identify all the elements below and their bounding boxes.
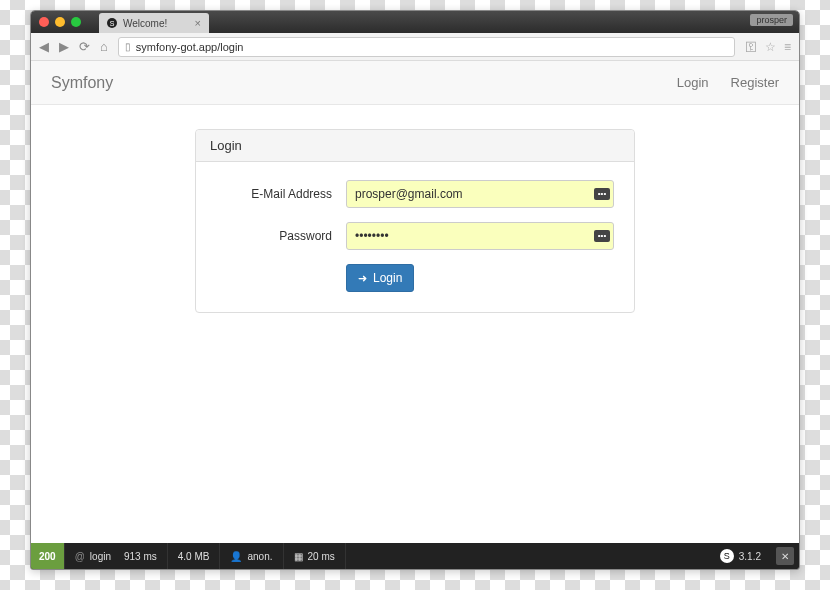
email-field[interactable] xyxy=(346,180,614,208)
page-icon: ▯ xyxy=(125,41,131,52)
user-name: anon. xyxy=(247,551,272,562)
database-icon: ▦ xyxy=(294,551,303,562)
submit-row: ➜ Login xyxy=(216,264,614,292)
nav-register-link[interactable]: Register xyxy=(731,75,779,90)
browser-window: S Welcome! × prosper ◀ ▶ ⟳ ⌂ ▯ symfony-g… xyxy=(30,10,800,570)
page-viewport: Symfony Login Register Login E-Mail Addr… xyxy=(31,61,799,543)
reload-button[interactable]: ⟳ xyxy=(79,39,90,54)
login-button-label: Login xyxy=(373,271,402,285)
version-text: 3.1.2 xyxy=(739,551,761,562)
symfony-favicon-icon: S xyxy=(107,18,117,28)
toolbar-close-button[interactable]: ✕ xyxy=(776,547,794,565)
memory-value: 4.0 MB xyxy=(178,551,210,562)
back-button[interactable]: ◀ xyxy=(39,39,49,54)
close-window-button[interactable] xyxy=(39,17,49,27)
db-time: 20 ms xyxy=(308,551,335,562)
memory-item[interactable]: 4.0 MB xyxy=(168,543,221,569)
brand-logo[interactable]: Symfony xyxy=(51,74,113,92)
panel-body: E-Mail Address ••• Password ••• xyxy=(196,162,634,312)
bookmark-icon[interactable]: ☆ xyxy=(765,40,776,54)
request-time: 913 ms xyxy=(124,551,157,562)
titlebar: S Welcome! × prosper xyxy=(31,11,799,33)
toolbar-right: S 3.1.2 ✕ xyxy=(710,547,799,565)
menu-icon[interactable]: ≡ xyxy=(784,40,791,54)
address-bar: ◀ ▶ ⟳ ⌂ ▯ symfony-got.app/login ⚿ ☆ ≡ xyxy=(31,33,799,61)
login-panel: Login E-Mail Address ••• Password • xyxy=(195,129,635,313)
password-label: Password xyxy=(216,229,346,243)
password-row: Password ••• xyxy=(216,222,614,250)
email-row: E-Mail Address ••• xyxy=(216,180,614,208)
url-input[interactable]: ▯ symfony-got.app/login xyxy=(118,37,735,57)
minimize-window-button[interactable] xyxy=(55,17,65,27)
nav-buttons: ◀ ▶ ⟳ ⌂ xyxy=(39,39,108,54)
app-navbar: Symfony Login Register xyxy=(31,61,799,105)
maximize-window-button[interactable] xyxy=(71,17,81,27)
http-status[interactable]: 200 xyxy=(31,543,65,569)
user-icon: 👤 xyxy=(230,551,242,562)
user-item[interactable]: 👤 anon. xyxy=(220,543,283,569)
keychain-icon[interactable]: ••• xyxy=(594,230,610,242)
symfony-debug-toolbar: 200 @ login 913 ms 4.0 MB 👤 anon. ▦ 20 m… xyxy=(31,543,799,569)
tab-title: Welcome! xyxy=(123,18,167,29)
home-button[interactable]: ⌂ xyxy=(100,39,108,54)
window-controls xyxy=(39,17,81,27)
browser-tab[interactable]: S Welcome! × xyxy=(99,13,209,33)
nav-login-link[interactable]: Login xyxy=(677,75,709,90)
key-icon[interactable]: ⚿ xyxy=(745,40,757,54)
route-name: login xyxy=(90,551,111,562)
panel-title: Login xyxy=(196,130,634,162)
close-tab-icon[interactable]: × xyxy=(195,17,201,29)
route-item[interactable]: @ login 913 ms xyxy=(65,543,168,569)
keychain-icon[interactable]: ••• xyxy=(594,188,610,200)
db-item[interactable]: ▦ 20 ms xyxy=(284,543,346,569)
symfony-logo-icon: S xyxy=(720,549,734,563)
password-input-wrap: ••• xyxy=(346,222,614,250)
forward-button[interactable]: ▶ xyxy=(59,39,69,54)
symfony-version[interactable]: S 3.1.2 xyxy=(710,549,771,563)
email-label: E-Mail Address xyxy=(216,187,346,201)
login-button[interactable]: ➜ Login xyxy=(346,264,414,292)
address-bar-actions: ⚿ ☆ ≡ xyxy=(745,40,791,54)
signin-icon: ➜ xyxy=(358,272,367,285)
email-input-wrap: ••• xyxy=(346,180,614,208)
main-content: Login E-Mail Address ••• Password • xyxy=(31,105,799,313)
at-icon: @ xyxy=(75,551,85,562)
password-field[interactable] xyxy=(346,222,614,250)
profile-badge[interactable]: prosper xyxy=(750,14,793,26)
url-text: symfony-got.app/login xyxy=(136,41,244,53)
nav-links: Login Register xyxy=(677,75,779,90)
